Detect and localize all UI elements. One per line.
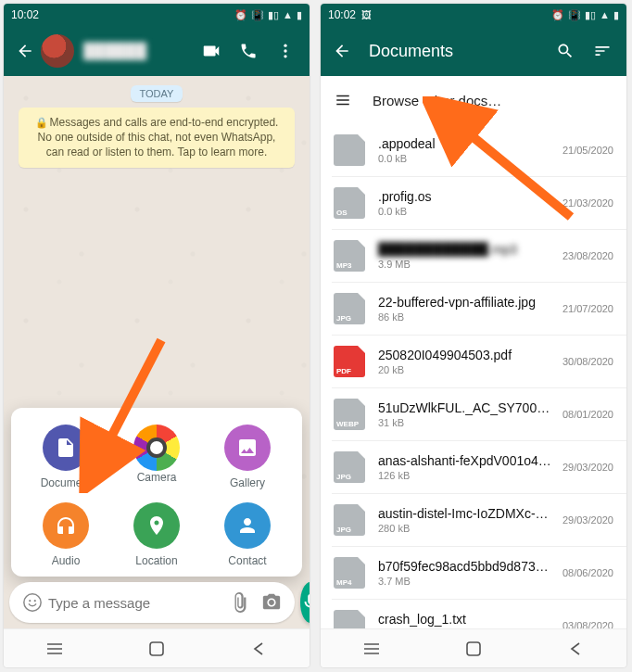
file-date: 21/07/2020 — [562, 303, 613, 314]
android-navbar — [4, 628, 310, 667]
document-row[interactable]: WEBP51uDzWlkFUL._AC_SY700_ML1_FMwe…31 kB… — [321, 388, 626, 440]
battery-icon: ▮ — [297, 9, 302, 21]
svg-point-3 — [24, 594, 41, 611]
message-input[interactable] — [48, 595, 224, 611]
nav-back[interactable] — [248, 639, 269, 659]
document-row[interactable]: .appodeal0.0 kB21/05/2020 — [321, 124, 626, 176]
attach-location[interactable]: Location — [111, 502, 202, 567]
document-icon — [43, 425, 89, 471]
more-menu-button[interactable] — [267, 32, 304, 70]
svg-point-5 — [34, 600, 36, 602]
document-row[interactable]: OS.profig.os0.0 kB21/03/2020 — [321, 177, 626, 229]
file-date: 29/03/2020 — [562, 462, 613, 473]
browse-other-docs[interactable]: Browse other docs… — [321, 76, 626, 124]
input-bar — [9, 582, 304, 623]
emoji-button[interactable] — [17, 592, 48, 613]
file-size: 31 kB — [378, 417, 555, 428]
file-date: 29/03/2020 — [562, 514, 613, 526]
file-name: b70f59fec98acd5bbd9d8734459f8720de… — [378, 559, 555, 574]
message-input-container — [9, 582, 295, 623]
svg-point-2 — [284, 55, 286, 57]
audio-icon — [43, 502, 89, 549]
file-size: 0.0 kB — [378, 153, 555, 164]
document-row[interactable]: JPGaustin-distel-Imc-IoZDMXc-unsplash.jp… — [321, 494, 626, 546]
wifi-icon: ▲ — [283, 9, 293, 20]
file-size: 280 kB — [378, 523, 555, 534]
attach-audio[interactable]: Audio — [20, 502, 111, 567]
sort-button[interactable] — [584, 32, 621, 70]
voice-call-button[interactable] — [230, 32, 267, 70]
document-row[interactable]: TXTcrash_log_1.txt0.0 kB03/08/2020 — [321, 600, 626, 628]
file-date: 21/05/2020 — [562, 145, 613, 156]
file-type-icon: MP3 — [334, 240, 365, 272]
contact-name[interactable]: ██████ — [83, 43, 193, 59]
attach-label: Camera — [137, 471, 177, 484]
status-time: 10:02 — [11, 8, 39, 21]
camera-button[interactable] — [256, 592, 287, 613]
file-type-icon: JPG — [334, 451, 365, 483]
file-size: 86 kB — [378, 311, 555, 323]
date-separator: TODAY — [131, 85, 183, 102]
file-type-icon: MP4 — [334, 557, 365, 589]
phone-chat: 10:02 ⏰ 📳 ▮▯ ▲ ▮ ██████ TODAY 🔒Messages … — [4, 4, 310, 667]
file-size: 0.0 kB — [378, 206, 555, 217]
file-type-icon: OS — [334, 187, 365, 219]
attach-gallery[interactable]: Gallery — [202, 425, 293, 489]
file-type-icon: JPG — [334, 293, 365, 324]
file-type-icon: TXT — [334, 610, 365, 628]
back-button[interactable] — [326, 42, 358, 60]
attach-contact[interactable]: Contact — [202, 502, 293, 567]
svg-point-0 — [284, 44, 286, 47]
file-info: austin-distel-Imc-IoZDMXc-unsplash.jpg28… — [378, 506, 555, 534]
search-button[interactable] — [547, 32, 584, 70]
gallery-icon — [224, 425, 271, 471]
camera-icon — [133, 425, 180, 471]
file-info: b70f59fec98acd5bbd9d8734459f8720de…3.7 M… — [378, 559, 555, 587]
signal-icon: ▮▯ — [268, 9, 279, 21]
file-info: .profig.os0.0 kB — [378, 189, 555, 217]
file-type-icon: JPG — [334, 504, 365, 536]
battery-icon: ▮ — [613, 9, 619, 21]
status-time: 10:02 — [328, 8, 356, 21]
document-row[interactable]: MP4b70f59fec98acd5bbd9d8734459f8720de…3.… — [321, 547, 626, 599]
attach-label: Gallery — [230, 476, 265, 489]
attach-button[interactable] — [224, 592, 256, 613]
file-info: 51uDzWlkFUL._AC_SY700_ML1_FMwe…31 kB — [378, 400, 555, 428]
document-row[interactable]: PDF250820I049904503.pdf20 kB30/08/2020 — [321, 336, 626, 387]
attach-document[interactable]: Document — [20, 425, 111, 489]
android-navbar — [321, 628, 626, 667]
nav-back[interactable] — [565, 639, 586, 659]
vibrate-icon: 📳 — [568, 9, 581, 21]
screenshot-icon: 🖼 — [361, 9, 372, 20]
video-call-button[interactable] — [193, 32, 230, 70]
statusbar: 10:02 ⏰ 📳 ▮▯ ▲ ▮ — [4, 4, 310, 26]
contact-avatar[interactable] — [41, 34, 74, 68]
attach-label: Document — [41, 476, 92, 489]
attach-label: Audio — [52, 554, 81, 567]
file-name: austin-distel-Imc-IoZDMXc-unsplash.jpg — [378, 506, 555, 521]
attach-camera[interactable]: Camera — [111, 425, 202, 489]
file-info: anas-alshanti-feXpdV001o4-unsplash.j…126… — [378, 453, 555, 481]
svg-point-4 — [29, 600, 31, 602]
file-size: 126 kB — [378, 470, 555, 481]
back-button[interactable] — [9, 42, 41, 60]
file-date: 03/08/2020 — [562, 620, 613, 628]
nav-recent[interactable] — [361, 639, 382, 659]
nav-recent[interactable] — [44, 639, 65, 659]
location-icon — [133, 502, 180, 549]
alarm-icon: ⏰ — [234, 9, 247, 21]
document-row[interactable]: JPG22-buffered-vpn-affiliate.jpg86 kB21/… — [321, 283, 626, 335]
page-title: Documents — [358, 42, 547, 61]
docs-appbar: Documents — [321, 26, 626, 76]
file-name: 51uDzWlkFUL._AC_SY700_ML1_FMwe… — [378, 400, 555, 415]
mic-button[interactable] — [300, 582, 310, 623]
document-row[interactable]: JPGanas-alshanti-feXpdV001o4-unsplash.j…… — [321, 441, 626, 493]
nav-home[interactable] — [463, 639, 484, 659]
encryption-notice[interactable]: 🔒Messages and calls are end-to-end encry… — [19, 108, 295, 168]
document-row[interactable]: MP3████████████.mp33.9 MB23/08/2020 — [321, 230, 626, 282]
list-icon — [334, 92, 352, 108]
nav-home[interactable] — [146, 639, 167, 659]
file-name: 22-buffered-vpn-affiliate.jpg — [378, 295, 555, 310]
file-name: 250820I049904503.pdf — [378, 348, 555, 362]
file-date: 23/08/2020 — [562, 250, 613, 261]
